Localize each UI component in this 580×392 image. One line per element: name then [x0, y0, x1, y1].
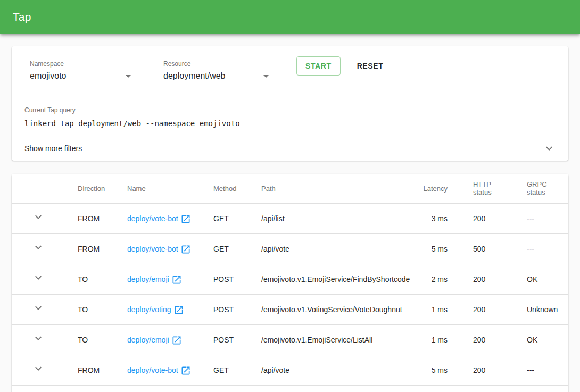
- http-status-cell: 500: [460, 233, 514, 264]
- grpc-status-cell: OK: [514, 324, 568, 355]
- name-cell: deploy/vote-bot: [114, 233, 201, 264]
- deployment-link[interactable]: deploy/vote-bot: [127, 366, 178, 374]
- current-query-label: Current Tap query: [24, 106, 556, 114]
- latency-cell: 3 ms: [384, 203, 460, 233]
- column-http-status: HTTP status: [460, 174, 514, 203]
- resource-select[interactable]: deployment/web: [163, 70, 272, 86]
- table-row: TO deploy/emoji POST /emojivoto.v1.Emoji…: [12, 324, 568, 355]
- expand-row-button[interactable]: [31, 210, 45, 224]
- grpc-status-cell: ---: [514, 203, 568, 233]
- namespace-select[interactable]: emojivoto: [30, 70, 135, 86]
- path-cell: /api/vote: [248, 355, 384, 385]
- column-name: Name: [114, 174, 201, 203]
- open-in-new-icon[interactable]: [180, 365, 191, 376]
- column-path: Path: [248, 174, 384, 203]
- http-status-cell: 200: [460, 264, 514, 294]
- path-cell: /api/list: [248, 203, 384, 233]
- page-content: Namespace emojivoto Resource deployment/…: [0, 34, 580, 392]
- open-in-new-icon[interactable]: [173, 305, 184, 315]
- table-header-row: Direction Name Method Path Latency HTTP …: [12, 174, 568, 203]
- namespace-label: Namespace: [30, 60, 135, 68]
- chevron-down-icon: [32, 211, 45, 223]
- dropdown-arrow-icon: [260, 70, 272, 82]
- chevron-down-icon[interactable]: [543, 142, 556, 155]
- path-cell: /emojivoto.v1.EmojiService/FindByShortco…: [248, 264, 384, 294]
- deployment-link[interactable]: deploy/vote-bot: [127, 245, 178, 253]
- tap-form-row: Namespace emojivoto Resource deployment/…: [12, 46, 568, 86]
- chevron-down-icon: [32, 332, 45, 345]
- direction-cell: FROM: [65, 355, 114, 385]
- open-in-new-icon[interactable]: [180, 214, 191, 224]
- grpc-status-cell: ---: [514, 355, 568, 385]
- latency-cell: 5 ms: [384, 233, 460, 264]
- grpc-status-cell: ---: [514, 233, 568, 264]
- latency-cell: 5 ms: [384, 355, 460, 385]
- expand-row-button[interactable]: [31, 301, 45, 315]
- latency-cell: 1 ms: [384, 324, 460, 355]
- name-cell: deploy/emoji: [114, 324, 201, 355]
- name-cell: deploy/voting: [114, 294, 201, 324]
- start-button[interactable]: START: [296, 56, 341, 76]
- show-more-filters-label: Show more filters: [24, 144, 82, 153]
- name-cell: deploy/emoji: [114, 264, 201, 294]
- method-cell: POST: [201, 264, 248, 294]
- method-cell: GET: [201, 233, 248, 264]
- grpc-status-cell: Unknown: [514, 294, 568, 324]
- direction-cell: TO: [65, 264, 114, 294]
- column-expand: [12, 174, 65, 203]
- deployment-link[interactable]: deploy/vote-bot: [127, 214, 178, 223]
- method-cell: GET: [201, 355, 248, 385]
- expand-row-button[interactable]: [31, 240, 45, 254]
- current-query-command: linkerd tap deployment/web --namespace e…: [24, 119, 556, 128]
- tap-results-card: Direction Name Method Path Latency HTTP …: [12, 174, 568, 392]
- namespace-value: emojivoto: [30, 71, 66, 81]
- http-status-cell: 200: [460, 203, 514, 233]
- method-cell: POST: [201, 324, 248, 355]
- method-cell: GET: [201, 203, 248, 233]
- form-buttons: START RESET: [296, 56, 392, 76]
- method-cell: POST: [201, 294, 248, 324]
- open-in-new-icon[interactable]: [180, 244, 191, 255]
- direction-cell: TO: [65, 294, 114, 324]
- table-row: TO deploy/emoji POST /emojivoto.v1.Emoji…: [12, 264, 568, 294]
- deployment-link[interactable]: deploy/emoji: [127, 275, 169, 283]
- show-more-filters-toggle[interactable]: Show more filters: [12, 136, 568, 161]
- direction-cell: FROM: [65, 233, 114, 264]
- resource-value: deployment/web: [163, 71, 226, 81]
- namespace-field: Namespace emojivoto: [30, 60, 135, 86]
- open-in-new-icon[interactable]: [171, 335, 182, 346]
- expand-row-button[interactable]: [31, 271, 45, 285]
- http-status-cell: 200: [460, 294, 514, 324]
- direction-cell: TO: [65, 324, 114, 355]
- path-cell: /emojivoto.v1.VotingService/VoteDoughnut: [248, 294, 384, 324]
- expand-row-button[interactable]: [31, 362, 45, 376]
- resource-field: Resource deployment/web: [163, 60, 272, 86]
- column-method: Method: [201, 174, 248, 203]
- open-in-new-icon[interactable]: [171, 274, 182, 285]
- tap-form-card: Namespace emojivoto Resource deployment/…: [12, 46, 568, 161]
- column-direction: Direction: [65, 174, 114, 203]
- direction-cell: FROM: [65, 203, 114, 233]
- path-cell: /emojivoto.v1.EmojiService/ListAll: [248, 324, 384, 355]
- app-bar: Tap: [0, 0, 580, 34]
- expand-row-button[interactable]: [31, 331, 45, 345]
- http-status-cell: 200: [460, 355, 514, 385]
- dropdown-arrow-icon: [122, 70, 135, 82]
- chevron-down-icon: [32, 302, 45, 314]
- current-query-section: Current Tap query linkerd tap deployment…: [12, 86, 568, 136]
- table-row: FROM deploy/vote-bot GET /api/list 3 ms …: [12, 203, 568, 233]
- chevron-down-icon: [32, 241, 45, 254]
- next-row-partial: [12, 385, 568, 392]
- tap-results-table: Direction Name Method Path Latency HTTP …: [12, 174, 568, 385]
- deployment-link[interactable]: deploy/voting: [127, 305, 171, 314]
- resource-label: Resource: [163, 60, 272, 68]
- page-title: Tap: [13, 11, 31, 23]
- column-grpc-status: GRPC status: [514, 174, 568, 203]
- deployment-link[interactable]: deploy/emoji: [127, 336, 169, 344]
- name-cell: deploy/vote-bot: [114, 355, 201, 385]
- table-row: FROM deploy/vote-bot GET /api/vote 5 ms …: [12, 355, 568, 385]
- table-row: TO deploy/voting POST /emojivoto.v1.Voti…: [12, 294, 568, 324]
- chevron-down-icon: [32, 362, 45, 375]
- reset-button[interactable]: RESET: [349, 56, 392, 76]
- chevron-down-icon: [32, 271, 45, 284]
